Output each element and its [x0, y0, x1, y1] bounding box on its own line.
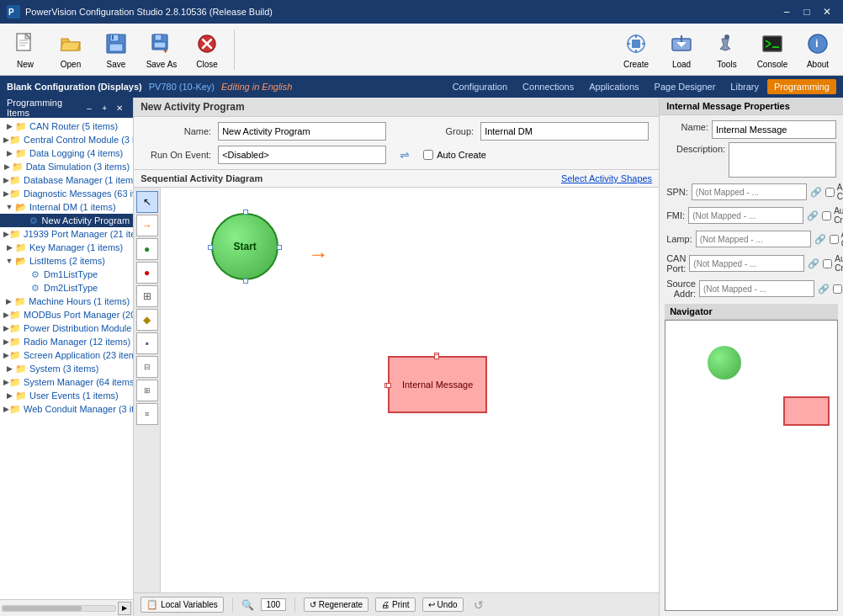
stop-tool-button[interactable]: ●: [136, 262, 158, 284]
tree-item-radio[interactable]: ▶ 📁 Radio Manager (12 items): [0, 335, 133, 348]
tree-item-web-conduit[interactable]: ▶ 📁 Web Conduit Manager (3 items): [0, 402, 133, 416]
tree-item-modbus[interactable]: ▶ 📁 MODBus Port Manager (20 items): [0, 308, 133, 321]
diagram-canvas[interactable]: Start → Internal Message: [161, 188, 659, 592]
start-shape[interactable]: Start: [211, 213, 278, 280]
expand-tool-button[interactable]: ⊞: [136, 285, 158, 307]
toggle-screen-app: ▶: [3, 349, 9, 361]
print-button[interactable]: 🖨 Print: [375, 597, 416, 612]
create-button[interactable]: Create: [614, 26, 658, 73]
tree-item-system[interactable]: ▶ 📁 System (3 items): [0, 362, 133, 375]
diagram-title: Sequential Activity Diagram: [140, 173, 262, 183]
tree-item-user-events[interactable]: ▶ 📁 User Events (1 items): [0, 389, 133, 402]
menu-library[interactable]: Library: [724, 79, 766, 94]
tree-item-list-items[interactable]: ▼ 📂 ListItems (2 items): [0, 254, 133, 268]
fork-join-tool-button[interactable]: ⊟: [136, 356, 158, 378]
undo-extra-icon[interactable]: ↺: [474, 598, 484, 612]
load-button[interactable]: Load: [660, 26, 703, 73]
menu-connections[interactable]: Connections: [516, 79, 581, 94]
folder-icon-screen-app: 📁: [9, 349, 21, 361]
tree-item-key-manager[interactable]: ▶ 📁 Key Manager (1 items): [0, 241, 133, 254]
minimize-button[interactable]: –: [777, 4, 796, 19]
name-input[interactable]: [218, 122, 386, 141]
maximize-button[interactable]: □: [798, 4, 816, 19]
scroll-right-button[interactable]: ▶: [118, 602, 131, 615]
message-shape[interactable]: Internal Message: [388, 356, 487, 413]
select-shapes-link[interactable]: Select Activity Shapes: [561, 173, 652, 183]
props-source-addr-checkbox[interactable]: [833, 284, 842, 294]
zoom-in-button[interactable]: +: [98, 101, 111, 114]
run-on-event-link-icon[interactable]: ⇌: [400, 148, 410, 162]
props-fmi-input[interactable]: [688, 207, 803, 224]
save-button[interactable]: Save: [94, 26, 138, 73]
props-source-addr-link-icon[interactable]: 🔗: [818, 284, 830, 295]
props-can-port-checkbox[interactable]: [823, 259, 832, 268]
tools-button[interactable]: Tools: [705, 26, 749, 73]
panel-scrollbar-track[interactable]: [2, 605, 116, 612]
tree-item-ccm[interactable]: ▶ 📁 Central Control Module (3 items): [0, 133, 133, 146]
props-name-input[interactable]: [712, 120, 836, 139]
left-panel-title: Programming Items: [7, 98, 82, 118]
tree-item-power-dist[interactable]: ▶ 📁 Power Distribution Module Manag...: [0, 321, 133, 335]
saveas-button[interactable]: + Save As: [140, 26, 183, 73]
panel-close-button[interactable]: ✕: [113, 101, 126, 114]
menu-applications[interactable]: Applications: [582, 79, 645, 94]
props-lamp-link-icon[interactable]: 🔗: [814, 234, 826, 245]
start-tool-button[interactable]: ●: [136, 238, 158, 260]
undo-button[interactable]: ↩ Undo: [422, 597, 464, 612]
tree-item-data-logging[interactable]: ▶ 📁 Data Logging (4 items): [0, 146, 133, 160]
console-button[interactable]: Console: [750, 26, 794, 73]
tree-item-can-router[interactable]: ▶ 📁 CAN Router (5 items): [0, 119, 133, 133]
tree-item-j1939[interactable]: ▶ 📁 J1939 Port Manager (21 items): [0, 227, 133, 241]
close-file-button[interactable]: Close: [185, 26, 229, 73]
tree-label-data-simulation: Data Simulation (3 items): [26, 162, 130, 172]
props-lamp-checkbox[interactable]: [830, 235, 839, 244]
props-desc-textarea[interactable]: [729, 142, 836, 178]
navigator-canvas[interactable]: [665, 320, 838, 611]
tree-item-dm2[interactable]: ⚙ Dm2ListType: [0, 281, 133, 295]
tree-item-new-activity-program[interactable]: ⚙ New Activity Program: [0, 214, 133, 227]
props-lamp-row: Lamp: 🔗 Auto Create: [666, 230, 836, 248]
local-variables-button[interactable]: 📋 Local Variables: [140, 597, 224, 613]
tree-item-data-simulation[interactable]: ▶ 📁 Data Simulation (3 items): [0, 160, 133, 173]
close-button[interactable]: ✕: [818, 4, 836, 19]
entry-tool-button[interactable]: ⊞: [136, 380, 158, 401]
rect-tool-button[interactable]: ▪: [136, 332, 158, 354]
props-fmi-checkbox[interactable]: [822, 211, 831, 220]
app-title: PowerVision Configuration Studio 2.8.105…: [25, 7, 273, 17]
start-label: Start: [233, 241, 256, 252]
tree-item-db-manager[interactable]: ▶ 📁 Database Manager (1 items): [0, 173, 133, 187]
tree-item-dm1[interactable]: ⚙ Dm1ListType: [0, 268, 133, 281]
arrow-tool-button[interactable]: →: [136, 215, 158, 236]
tree-item-screen-app[interactable]: ▶ 📁 Screen Application (23 items): [0, 348, 133, 362]
tree-item-system-mgr[interactable]: ▶ 📁 System Manager (64 items): [0, 375, 133, 389]
regenerate-button[interactable]: ↺ Regenerate: [304, 597, 368, 612]
auto-create-checkbox[interactable]: [423, 150, 433, 160]
props-can-port-input[interactable]: [689, 255, 804, 272]
left-panel-toolbar: – + ✕: [82, 101, 126, 114]
tree-label-diag-messages: Diagnostic Messages (63 items): [24, 189, 133, 199]
run-on-event-input[interactable]: [218, 146, 386, 164]
props-can-port-link-icon[interactable]: 🔗: [808, 258, 819, 269]
menu-programming[interactable]: Programming: [767, 79, 836, 94]
about-button[interactable]: i About: [796, 26, 840, 73]
tree-item-internal-dm[interactable]: ▼ 📂 Internal DM (1 items): [0, 200, 133, 214]
group-input[interactable]: [480, 122, 649, 141]
menu-configuration[interactable]: Configuration: [446, 79, 514, 94]
tree-item-diag-messages[interactable]: ▶ 📁 Diagnostic Messages (63 items): [0, 187, 133, 200]
props-fmi-link-icon[interactable]: 🔗: [807, 210, 819, 221]
list-tool-button[interactable]: ≡: [136, 403, 158, 425]
props-spn-link-icon[interactable]: 🔗: [810, 187, 822, 198]
props-lamp-input[interactable]: [696, 231, 811, 247]
folder-icon-system-mgr: 📁: [9, 376, 21, 388]
diamond-tool-button[interactable]: ◆: [136, 309, 158, 331]
folder-icon-internal-dm: 📂: [15, 201, 27, 213]
new-button[interactable]: New: [3, 26, 47, 73]
zoom-out-button[interactable]: –: [82, 101, 96, 114]
open-button[interactable]: Open: [49, 26, 93, 73]
props-spn-input[interactable]: [692, 183, 807, 200]
tree-item-machine-hours[interactable]: ▶ 📁 Machine Hours (1 items): [0, 295, 133, 308]
props-spn-checkbox[interactable]: [825, 188, 835, 197]
select-tool-button[interactable]: ↖: [136, 191, 158, 213]
props-source-addr-input[interactable]: [699, 280, 814, 297]
menu-page-designer[interactable]: Page Designer: [648, 79, 723, 94]
